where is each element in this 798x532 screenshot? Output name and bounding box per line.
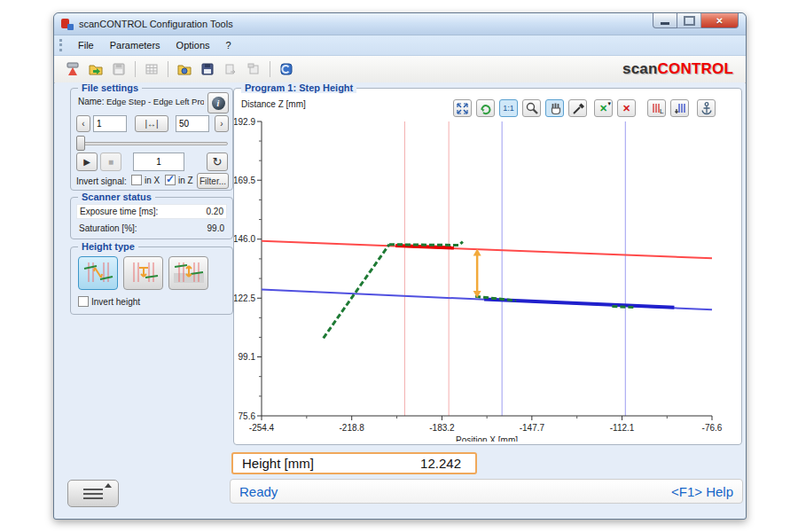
checkbox-checked-icon: ✓ [165,175,176,185]
exposure-time-row: Exposure time [ms]: 0.20 [76,204,227,219]
red-search-lines-button[interactable]: L [647,99,666,117]
saturation-row: Saturation [%]: 99.0 [76,221,227,236]
result-value: 12.242 [420,456,466,471]
program-title: Program 1: Step Height [241,82,356,93]
magnifier-icon [525,101,539,115]
info-button[interactable]: i [207,92,229,113]
fit-range-button[interactable]: |↔| [135,115,168,132]
blue-search-lines-button[interactable] [670,99,689,117]
last-profile-button[interactable]: › [215,115,229,132]
filter-button[interactable]: Filter... [197,173,229,189]
scancontrol-logo: scanCONTROL [622,60,746,78]
device-interface-icon[interactable] [276,59,297,79]
delete-measurement-button[interactable]: ✕ [617,99,636,117]
profile-slider[interactable] [76,142,228,145]
checkbox-icon [131,175,142,185]
x-tick-label: -183.2 [429,423,455,433]
saturation-value: 99.0 [207,223,224,233]
zoom-button[interactable] [522,99,541,117]
invert-x-checkbox[interactable]: in X [131,175,160,185]
caret-up-icon [105,483,112,488]
reset-view-button[interactable] [476,99,495,117]
close-button[interactable]: ✕ [701,13,739,28]
range-from-input[interactable] [93,115,127,132]
copy-parameters-icon [220,59,241,79]
titlebar[interactable]: scanCONTROL Configuration Tools ✕ [54,13,746,35]
y-tick-label: 146.0 [234,234,255,244]
status-help-link[interactable]: <F1> Help [671,484,733,499]
x-axis-title: Position X [mm] [456,435,518,442]
x-tick-label: -112.1 [610,423,635,433]
profile-name-value: Edge Step - Edge Left Profil [106,97,204,106]
profile-lower-2 [612,307,635,308]
reload-icon: ↻ [213,155,223,168]
profile-name-label: Name: [78,97,104,106]
invert-height-checkbox[interactable]: Invert height [78,296,140,307]
result-label: Height [mm] [242,456,314,471]
y-axis-title: Distance Z [mm] [241,99,306,109]
fit-view-icon [456,102,469,115]
height-type-two-fits-button[interactable] [78,256,118,290]
toolbar-separator [135,61,136,77]
minimize-button[interactable] [653,13,677,28]
value-picker-button[interactable] [568,99,587,117]
stop-button[interactable]: ■ [100,153,121,171]
menu-parameters[interactable]: Parameters [102,37,168,53]
play-button[interactable]: ▶ [76,153,98,171]
menu-file[interactable]: File [70,37,102,53]
height-type-single-fit-button[interactable] [123,256,163,290]
stop-icon: ■ [108,157,113,167]
anchor-button[interactable] [697,99,716,117]
status-bar: Ready <F1> Help [230,479,743,504]
extra-menu-button[interactable] [67,480,119,507]
saturation-label: Saturation [%]: [79,223,137,233]
step-height-two-fits-icon [82,261,114,286]
info-icon: i [212,97,225,110]
exposure-time-label: Exposure time [ms]: [80,207,158,216]
close-icon: ✕ [716,16,723,26]
zoom-1-1-button[interactable]: 1:1 [499,99,518,117]
window-title: scanCONTROL Configuration Tools [79,19,233,29]
height-type-group: Height type [70,246,233,315]
content-area: File settings Name: Edge Step - Edge Lef… [55,82,745,518]
fit-view-button[interactable] [453,99,472,117]
range-to-input[interactable] [176,115,209,132]
add-measurement-button[interactable]: ✕▾ [594,99,613,117]
checkbox-icon [78,296,89,307]
menu-options[interactable]: Options [168,37,218,53]
sensor-icon[interactable] [62,59,83,79]
hamburger-icon [83,489,103,490]
first-profile-button[interactable]: ‹ [76,115,90,132]
step-height-surface-icon [173,261,205,286]
result-box: Height [mm] 12.242 [231,452,477,474]
hand-icon [548,101,562,115]
profile-rise [324,245,389,339]
pan-button[interactable] [545,99,564,117]
maximize-button[interactable] [677,13,701,28]
app-window: scanCONTROL Configuration Tools ✕ File P… [53,12,747,520]
menu-help[interactable]: ? [218,37,239,53]
y-tick-label: 169.5 [234,176,255,185]
height-type-title: Height type [78,241,138,252]
toolbar-grip-icon [59,39,65,51]
load-parameters-icon[interactable] [174,59,195,79]
main-toolbar: scanCONTROL [54,56,746,83]
eyedropper-icon [571,101,585,115]
app-icon [61,18,74,30]
dropdown-caret-icon: ▾ [607,100,611,107]
save-profiles-icon [108,59,129,79]
y-tick-label: 75.6 [239,411,256,421]
anchor-icon [700,101,714,115]
invert-z-checkbox[interactable]: ✓in Z [165,175,193,185]
x-tick-label: -147.7 [520,423,545,433]
height-type-surface-button[interactable] [168,256,208,290]
save-parameters-icon[interactable] [197,59,218,79]
profile-chart[interactable]: 192.9169.5146.0122.599.175.6-254.4-218.8… [234,115,731,442]
reload-button[interactable]: ↻ [207,153,228,171]
load-profiles-icon[interactable] [85,59,106,79]
red-search-lines-icon: L [650,102,664,115]
blue-search-lines-icon [673,102,687,115]
profile-slider-thumb[interactable] [76,136,85,151]
current-profile-input[interactable] [133,153,184,171]
zoom-1-1-icon: 1:1 [503,104,514,113]
